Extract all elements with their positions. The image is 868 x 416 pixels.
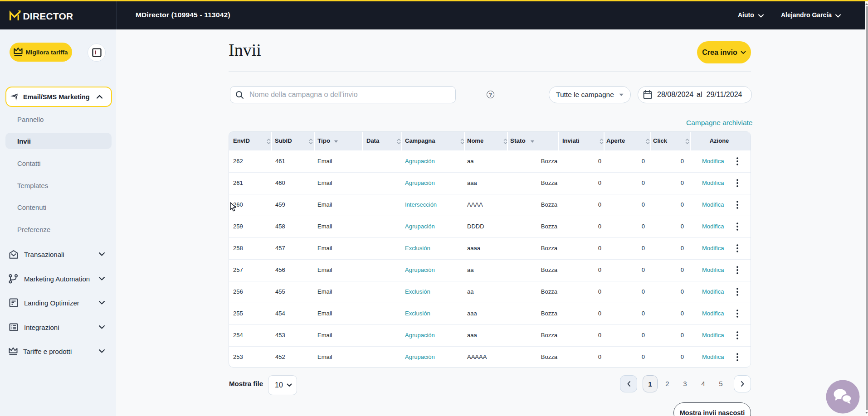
svg-text:DIRECTOR: DIRECTOR xyxy=(23,11,73,21)
